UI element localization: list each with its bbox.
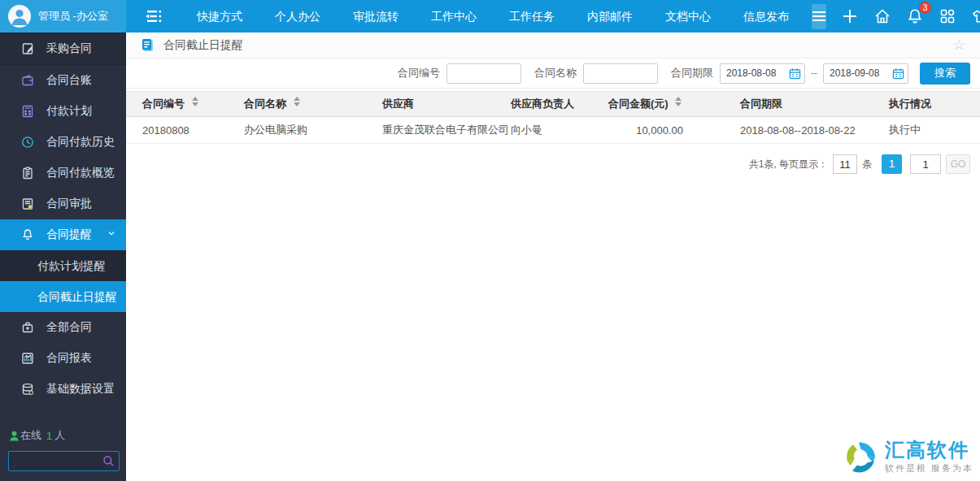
sidebar-item-label: 付款计划 — [46, 104, 92, 119]
cell-contract-name: 办公电脑采购 — [244, 117, 382, 144]
contract-no-label: 合同编号 — [398, 66, 440, 80]
sidebar-item-contract-reminder[interactable]: 合同提醒 — [0, 219, 126, 250]
user-panel[interactable]: 管理员 -办公室 — [0, 0, 126, 32]
hamburger-icon — [812, 11, 826, 22]
breadcrumb: 合同截止日提醒 ☆ — [126, 32, 980, 58]
contracts-table: 合同编号 合同名称 供应商 供应商负责人 合同金额(元) 合同期限 执行情况 — [126, 91, 980, 144]
cell-amount: 10,000.00 — [608, 117, 740, 144]
sidebar-item-label: 全部合同 — [46, 320, 92, 335]
page-size-input[interactable] — [833, 154, 857, 174]
sort-icon[interactable] — [192, 97, 198, 106]
contract-name-label: 合同名称 — [534, 66, 577, 80]
vendor-logo-icon — [843, 439, 880, 476]
sidebar-item-label: 合同付款概览 — [46, 166, 115, 180]
nav-item-approval[interactable]: 审批流转 — [337, 0, 415, 32]
search-icon[interactable] — [102, 455, 115, 467]
sort-icon[interactable] — [675, 97, 682, 106]
topbar-icons: 3 — [826, 7, 980, 25]
online-unit: 人 — [54, 428, 65, 443]
date-range-separator: -- — [811, 67, 817, 79]
vendor-logo: 汇高软件 软件是根 服务为本 — [843, 439, 973, 476]
calendar-icon[interactable] — [892, 67, 904, 80]
search-button[interactable]: 搜索 — [920, 63, 970, 84]
sidebar-item-payment-history[interactable]: 合同付款历史 — [0, 127, 126, 158]
table-row[interactable]: 20180808 办公电脑采购 重庆金茂联合电子有限公司 向小曼 10,000.… — [126, 117, 980, 144]
nav-item-tasks[interactable]: 工作任务 — [493, 0, 571, 32]
sidebar-item-contract-ledger[interactable]: 合同台账 — [0, 65, 126, 96]
sidebar-item-payment-overview[interactable]: 合同付款概览 — [0, 158, 126, 188]
chevron-down-icon — [108, 230, 115, 236]
table-header-row: 合同编号 合同名称 供应商 供应商负责人 合同金额(元) 合同期限 执行情况 — [126, 92, 980, 117]
theme-icon[interactable] — [971, 7, 980, 25]
nav-item-mail[interactable]: 内部邮件 — [571, 0, 649, 32]
goto-page-input[interactable] — [910, 154, 941, 174]
bell-icon — [20, 228, 34, 242]
filter-bar: 合同编号 合同名称 合同期限 -- 搜索 — [126, 58, 980, 89]
contract-name-input[interactable] — [583, 63, 658, 84]
calendar-icon[interactable] — [789, 67, 801, 80]
page-doc-icon — [141, 38, 155, 53]
nav-item-shortcuts[interactable]: 快捷方式 — [181, 0, 259, 32]
sidebar-subitem-payment-plan-reminder[interactable]: 付款计划提醒 — [0, 250, 126, 281]
sidebar-item-all-contracts[interactable]: 全部合同 — [0, 312, 126, 343]
wallet-icon — [20, 74, 34, 88]
vendor-slogan: 软件是根 服务为本 — [885, 462, 973, 474]
nav-item-documents[interactable]: 文档中心 — [649, 0, 727, 32]
current-page-button[interactable]: 1 — [882, 154, 902, 174]
notifications-icon[interactable]: 3 — [906, 7, 924, 25]
home-icon[interactable] — [873, 7, 891, 25]
top-navigation: 快捷方式 个人办公 审批流转 工作中心 工作任务 内部邮件 文档中心 信息发布 — [181, 0, 805, 32]
col-supplier: 供应商 — [382, 92, 511, 117]
sidebar-item-purchase-contract[interactable]: 采购合同 — [0, 32, 126, 65]
clipboard-icon — [20, 167, 34, 180]
col-period: 合同期限 — [740, 92, 889, 117]
col-contract-no: 合同编号 — [126, 92, 244, 117]
sidebar-item-label: 基础数据设置 — [46, 382, 115, 396]
sidebar-item-label: 合同提醒 — [46, 228, 92, 242]
col-status: 执行情况 — [889, 92, 980, 117]
contract-doc-icon — [20, 42, 34, 56]
clock-icon — [20, 136, 34, 150]
apps-icon[interactable] — [939, 7, 956, 25]
sort-icon[interactable] — [294, 97, 300, 106]
online-label: 在线 — [20, 428, 41, 443]
top-bar: 管理员 -办公室 快捷方式 个人办公 审批流转 工作中心 工作任务 内部邮件 文… — [0, 0, 980, 32]
sidebar-item-label: 合同审批 — [46, 197, 92, 211]
pagination-summary: 共1条, 每页显示： — [749, 158, 828, 171]
sidebar: 采购合同 合同台账 付款计划 合同付款历史 — [0, 32, 126, 481]
cell-contract-no: 20180808 — [126, 117, 244, 144]
nav-item-workcenter[interactable]: 工作中心 — [415, 0, 493, 32]
briefcase-icon — [20, 321, 34, 335]
sidebar-item-contract-approval[interactable]: 合同审批 — [0, 188, 126, 219]
avatar[interactable] — [8, 5, 31, 28]
col-amount: 合同金额(元) — [608, 92, 740, 117]
sidebar-collapse-icon[interactable] — [145, 6, 163, 27]
sidebar-item-label: 采购合同 — [46, 41, 92, 56]
sidebar-subitem-contract-deadline-reminder[interactable]: 合同截止日提醒 — [0, 281, 126, 312]
add-icon[interactable] — [841, 7, 859, 25]
sidebar-item-base-data-settings[interactable]: 基础数据设置 — [0, 374, 126, 405]
nav-item-personal[interactable]: 个人办公 — [259, 0, 337, 32]
sidebar-item-contract-reports[interactable]: 合同报表 — [0, 343, 126, 374]
online-status: 在线 1 人 — [8, 428, 120, 443]
vendor-name: 汇高软件 — [885, 440, 973, 460]
more-menu-button[interactable] — [812, 4, 826, 29]
approval-icon — [20, 197, 34, 211]
sidebar-item-label: 合同台账 — [46, 73, 92, 88]
main-content: 合同截止日提醒 ☆ 合同编号 合同名称 合同期限 -- 搜索 — [126, 32, 980, 481]
contract-no-input[interactable] — [446, 63, 521, 84]
period-label: 合同期限 — [671, 66, 713, 80]
calculator-icon — [20, 105, 34, 119]
user-icon — [8, 5, 31, 28]
favorite-star-icon[interactable]: ☆ — [953, 37, 965, 54]
sidebar-footer: 在线 1 人 — [0, 422, 126, 481]
go-button[interactable]: GO — [946, 154, 970, 174]
cell-status: 执行中 — [889, 117, 980, 144]
sidebar-item-label: 合同付款历史 — [46, 135, 115, 150]
sidebar-item-payment-plan[interactable]: 付款计划 — [0, 96, 126, 127]
current-user: 管理员 -办公室 — [38, 9, 108, 24]
chart-icon — [20, 352, 34, 366]
nav-item-infopublish[interactable]: 信息发布 — [727, 0, 805, 32]
col-contract-name: 合同名称 — [244, 92, 382, 117]
cell-period: 2018-08-08--2018-08-22 — [740, 117, 889, 144]
